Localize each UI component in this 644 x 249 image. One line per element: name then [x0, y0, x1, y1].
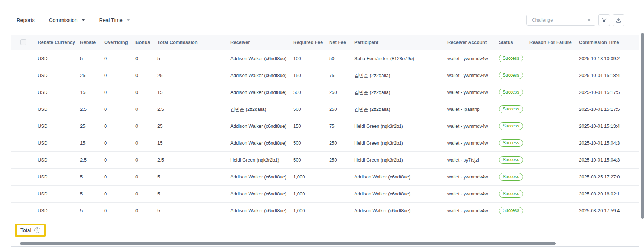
- row-select-cell: [11, 50, 38, 67]
- help-icon[interactable]: ?: [34, 227, 40, 233]
- column-header-required-fee: Required Fee: [293, 35, 329, 50]
- cell-commission-time: 2025-08-20 17:59:4: [579, 202, 639, 219]
- status-badge: Success: [499, 156, 523, 164]
- vertical-scrollbar-thumb[interactable]: [641, 33, 644, 219]
- status-badge: Success: [499, 55, 523, 62]
- table-row: USD5005Addison Walker (c6ndt8ue)10050Sof…: [11, 50, 639, 67]
- cell-overriding: 0: [104, 168, 135, 185]
- cell-commission-time: 2025-08-20 18:02:1: [579, 185, 639, 202]
- status-badge: Success: [499, 72, 523, 79]
- cell-total-commission: 15: [157, 135, 230, 151]
- cell-reason-for-failure: [529, 50, 579, 67]
- cell-total-commission: 25: [157, 118, 230, 135]
- cell-rebate: 5: [80, 202, 104, 219]
- cell-commission-time: 2025-10-01 15:04:3: [579, 151, 639, 168]
- cell-receiver-account: wallet - ipasltnp: [447, 101, 499, 118]
- table-header-row: Rebate CurrencyRebateOverridingBonusTota…: [11, 35, 639, 50]
- cell-total-commission: 2.5: [157, 151, 230, 168]
- cell-bonus: 0: [135, 118, 157, 135]
- cell-overriding: 0: [104, 101, 135, 118]
- cell-status: Success: [499, 135, 529, 151]
- cell-reason-for-failure: [529, 185, 579, 202]
- cell-participant: Addison Walker (c6ndt8ue): [354, 202, 447, 219]
- cell-commission-time: 2025-10-01 15:17:5: [579, 84, 639, 101]
- column-header-reason-for-failure: Reason For Failure: [529, 35, 579, 50]
- cell-receiver-account: wallet - ywmmdv4w: [447, 168, 499, 185]
- cell-rebate: 5: [80, 168, 104, 185]
- cell-net-fee: [329, 185, 354, 202]
- cell-reason-for-failure: [529, 168, 579, 185]
- row-select-cell: [11, 185, 38, 202]
- row-select-cell: [11, 168, 38, 185]
- cell-receiver: Addison Walker (c6ndt8ue): [230, 84, 293, 101]
- cell-rebate: 25: [80, 118, 104, 135]
- table-row: USD5005Addison Walker (c6ndt8ue)1,000Add…: [11, 168, 639, 185]
- challenge-select-placeholder: Challenge: [532, 17, 553, 23]
- challenge-select[interactable]: Challenge: [526, 15, 595, 26]
- table-row: USD5005Addison Walker (c6ndt8ue)1,000Add…: [11, 185, 639, 202]
- cell-bonus: 0: [135, 168, 157, 185]
- cell-commission-time: 2025-10-01 15:13:4: [579, 118, 639, 135]
- status-badge: Success: [499, 190, 523, 198]
- status-badge: Success: [499, 173, 523, 181]
- cell-receiver-account: wallet - ywmmdv4w: [447, 202, 499, 219]
- status-badge: Success: [499, 139, 523, 147]
- filter-button[interactable]: [598, 14, 610, 26]
- page-title: Reports: [17, 17, 35, 23]
- column-header-receiver: Receiver: [230, 35, 293, 50]
- cell-receiver-account: wallet - ywmmdv4w: [447, 84, 499, 101]
- cell-required-fee: 1,000: [293, 168, 329, 185]
- cell-rebate-currency: USD: [38, 118, 80, 135]
- cell-rebate: 5: [80, 185, 104, 202]
- cell-required-fee: 500: [293, 84, 329, 101]
- cell-status: Success: [499, 118, 529, 135]
- cell-overriding: 0: [104, 84, 135, 101]
- total-annotation-box: Total ?: [15, 224, 46, 237]
- cell-rebate-currency: USD: [38, 202, 80, 219]
- cell-bonus: 0: [135, 101, 157, 118]
- cell-rebate-currency: USD: [38, 185, 80, 202]
- cell-receiver: Addison Walker (c6ndt8ue): [230, 185, 293, 202]
- download-button[interactable]: [613, 14, 624, 26]
- row-select-cell: [11, 202, 38, 219]
- cell-reason-for-failure: [529, 202, 579, 219]
- status-badge: Success: [499, 105, 523, 113]
- cell-receiver-account: wallet - ywmmdv4w: [447, 135, 499, 151]
- cell-net-fee: 75: [329, 118, 354, 135]
- row-select-cell: [11, 151, 38, 168]
- cell-bonus: 0: [135, 84, 157, 101]
- cell-required-fee: 150: [293, 67, 329, 84]
- cell-rebate: 5: [80, 50, 104, 67]
- cell-total-commission: 5: [157, 202, 230, 219]
- column-header-rebate: Rebate: [80, 35, 104, 50]
- filter-funnel-icon: [601, 17, 607, 23]
- cell-net-fee: 50: [329, 50, 354, 67]
- report-type-label: Commission: [49, 17, 78, 23]
- chevron-down-icon: [126, 19, 130, 21]
- table-row: USD2.5002.5Heidi Green (nqk3r2b1)500250H…: [11, 151, 639, 168]
- cell-status: Success: [499, 151, 529, 168]
- column-header-total-commission: Total Commission: [157, 35, 230, 50]
- cell-rebate-currency: USD: [38, 101, 80, 118]
- time-mode-dropdown[interactable]: Real Time: [99, 17, 130, 23]
- cell-participant: Addison Walker (c6ndt8ue): [354, 185, 447, 202]
- column-header-bonus: Bonus: [135, 35, 157, 50]
- cell-rebate-currency: USD: [38, 168, 80, 185]
- cell-participant: Heidi Green (nqk3r2b1): [354, 135, 447, 151]
- cell-participant: Heidi Green (nqk3r2b1): [354, 151, 447, 168]
- cell-participant: Sofía Fernández (8128e79o): [354, 50, 447, 67]
- cell-receiver-account: wallet - ywmmdv4w: [447, 50, 499, 67]
- report-type-dropdown[interactable]: Commission: [49, 17, 85, 23]
- select-all-cell: [11, 35, 38, 50]
- horizontal-scrollbar-thumb[interactable]: [20, 242, 556, 245]
- cell-status: Success: [499, 50, 529, 67]
- cell-reason-for-failure: [529, 135, 579, 151]
- cell-rebate: 2.5: [80, 101, 104, 118]
- cell-net-fee: 250: [329, 135, 354, 151]
- select-all-checkbox[interactable]: [20, 39, 26, 45]
- status-badge: Success: [499, 122, 523, 130]
- cell-rebate: 15: [80, 84, 104, 101]
- toolbar-divider: [92, 16, 92, 24]
- chevron-down-icon: [82, 19, 85, 21]
- cell-participant: 김민준 (2z2qalia): [354, 84, 447, 101]
